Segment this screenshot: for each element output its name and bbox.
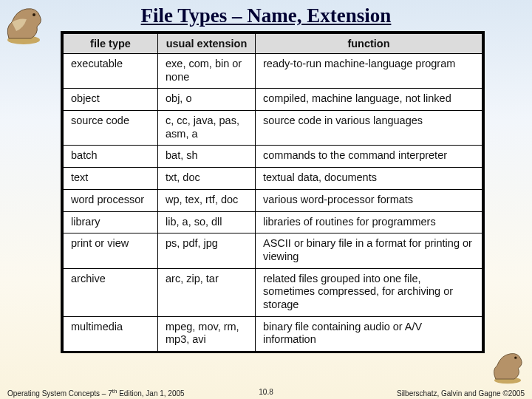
- table-cell: word processor: [64, 189, 158, 211]
- table-cell: source code: [64, 111, 158, 146]
- table-cell: commands to the command interpreter: [256, 146, 482, 168]
- table-row: executableexe, com, bin or noneready-to-…: [64, 54, 482, 89]
- file-types-table: file type usual extension function execu…: [61, 31, 485, 353]
- table-row: word processorwp, tex, rtf, docvarious w…: [64, 189, 482, 211]
- table-cell: ASCII or binary file in a format for pri…: [256, 233, 482, 268]
- table-row: print or viewps, pdf, jpgASCII or binary…: [64, 233, 482, 268]
- table-row: librarylib, a, so, dlllibraries of routi…: [64, 211, 482, 233]
- footer-edition-post: Edition, Jan 1, 2005: [117, 389, 184, 398]
- table-cell: ps, pdf, jpg: [158, 233, 256, 268]
- table-cell: related files grouped into one file, som…: [256, 268, 482, 316]
- table-cell: executable: [64, 54, 158, 89]
- table-header-row: file type usual extension function: [64, 34, 482, 54]
- table-cell: exe, com, bin or none: [158, 54, 256, 89]
- footer-left: Operating System Concepts – 7th Edition,…: [7, 388, 185, 398]
- table-cell: batch: [64, 146, 158, 168]
- table-row: archivearc, zip, tarrelated files groupe…: [64, 268, 482, 316]
- table-cell: binary file containing audio or A/V info…: [256, 316, 482, 351]
- table-cell: text: [64, 168, 158, 190]
- table-cell: archive: [64, 268, 158, 316]
- table-row: texttxt, doctextual data, documents: [64, 168, 482, 190]
- table-cell: bat, sh: [158, 146, 256, 168]
- col-header-function: function: [256, 34, 482, 54]
- table-cell: c, cc, java, pas, asm, a: [158, 111, 256, 146]
- footer-edition-pre: Operating System Concepts – 7: [7, 389, 112, 398]
- table-cell: obj, o: [158, 89, 256, 111]
- table-cell: lib, a, so, dll: [158, 211, 256, 233]
- svg-point-3: [514, 357, 516, 359]
- svg-point-0: [7, 35, 40, 44]
- slide-title: File Types – Name, Extension: [0, 4, 532, 27]
- table-cell: txt, doc: [158, 168, 256, 190]
- table-cell: textual data, documents: [256, 168, 482, 190]
- footer-page-number: 10.8: [259, 388, 273, 396]
- table-cell: print or view: [64, 233, 158, 268]
- table-cell: source code in various languages: [256, 111, 482, 146]
- col-header-extension: usual extension: [158, 34, 256, 54]
- table-cell: mpeg, mov, rm, mp3, avi: [158, 316, 256, 351]
- col-header-file-type: file type: [64, 34, 158, 54]
- table-cell: library: [64, 211, 158, 233]
- table-cell: multimedia: [64, 316, 158, 351]
- table-row: objectobj, ocompiled, machine language, …: [64, 89, 482, 111]
- svg-point-2: [494, 377, 521, 383]
- table-cell: ready-to-run machine-language program: [256, 54, 482, 89]
- table-cell: compiled, machine language, not linked: [256, 89, 482, 111]
- slide-footer: Operating System Concepts – 7th Edition,…: [0, 388, 532, 398]
- table-cell: various word-processor formats: [256, 189, 482, 211]
- table-row: multimediampeg, mov, rm, mp3, avibinary …: [64, 316, 482, 351]
- table-cell: wp, tex, rtf, doc: [158, 189, 256, 211]
- table-cell: libraries of routines for programmers: [256, 211, 482, 233]
- table-row: source codec, cc, java, pas, asm, asourc…: [64, 111, 482, 146]
- table-cell: arc, zip, tar: [158, 268, 256, 316]
- table-cell: object: [64, 89, 158, 111]
- table-row: batchbat, shcommands to the command inte…: [64, 146, 482, 168]
- mascot-bottom-right-icon: [488, 346, 528, 386]
- footer-copyright: Silberschatz, Galvin and Gagne ©2005: [397, 389, 525, 398]
